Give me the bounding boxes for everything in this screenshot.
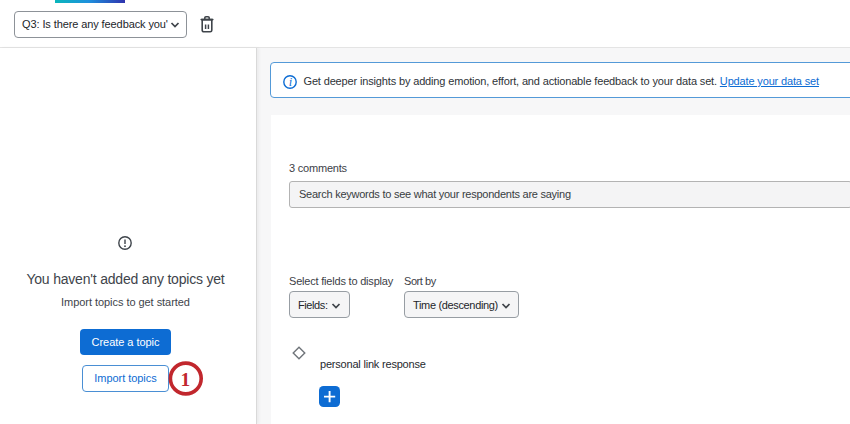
svg-text:i: i xyxy=(289,75,293,89)
svg-text:1: 1 xyxy=(181,369,191,390)
